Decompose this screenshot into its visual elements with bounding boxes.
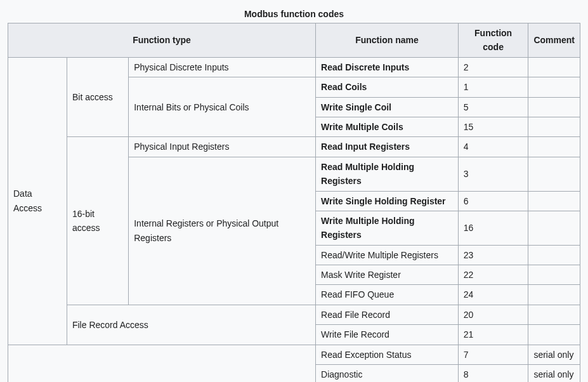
cell-function-name: Write Multiple Holding Registers — [316, 211, 459, 245]
cell-function-name: Mask Write Register — [316, 265, 459, 285]
cell-function-code: 7 — [458, 345, 528, 364]
group-phys-discrete-inputs: Physical Discrete Inputs — [129, 57, 316, 77]
group-data-access: Data Access — [8, 57, 67, 345]
group-internal-bits: Internal Bits or Physical Coils — [129, 77, 316, 137]
modbus-function-codes-table: Modbus function codes Function type Func… — [8, 6, 580, 382]
table-row: File Record Access Read File Record 20 — [8, 305, 580, 324]
group-diagnostics: Diagnostics — [8, 345, 316, 382]
cell-function-name: Write Multiple Coils — [316, 117, 459, 136]
cell-comment — [528, 325, 580, 345]
group-file-record-access: File Record Access — [67, 305, 315, 345]
cell-function-name: Read File Record — [316, 305, 459, 324]
table-caption: Modbus function codes — [8, 6, 580, 23]
cell-comment — [528, 157, 580, 191]
cell-function-code: 20 — [458, 305, 528, 324]
table-header-row: Function type Function name Function cod… — [8, 23, 580, 58]
cell-comment — [528, 305, 580, 324]
cell-function-code: 6 — [458, 191, 528, 211]
cell-function-code: 3 — [458, 157, 528, 191]
cell-function-name: Read/Write Multiple Registers — [316, 245, 459, 265]
group-bit-access: Bit access — [67, 57, 128, 137]
cell-function-code: 2 — [458, 57, 528, 77]
cell-function-name: Read Coils — [316, 77, 459, 97]
cell-function-code: 4 — [458, 137, 528, 157]
cell-function-code: 22 — [458, 265, 528, 285]
cell-function-name: Read Discrete Inputs — [316, 57, 459, 77]
cell-comment — [528, 117, 580, 136]
cell-function-code: 16 — [458, 211, 528, 245]
cell-function-name: Read Exception Status — [316, 345, 459, 364]
group-16bit-access: 16-bit access — [67, 137, 128, 305]
cell-comment — [528, 265, 580, 285]
group-phys-input-registers: Physical Input Registers — [129, 137, 316, 157]
cell-function-name: Read FIFO Queue — [316, 285, 459, 305]
cell-function-code: 1 — [458, 77, 528, 97]
cell-comment — [528, 97, 580, 117]
cell-function-code: 24 — [458, 285, 528, 305]
header-comment: Comment — [528, 23, 580, 58]
cell-comment — [528, 211, 580, 245]
header-function-name: Function name — [316, 23, 459, 58]
cell-comment — [528, 77, 580, 97]
group-internal-registers: Internal Registers or Physical Output Re… — [129, 157, 316, 305]
cell-function-code: 15 — [458, 117, 528, 136]
cell-function-name: Write Single Holding Register — [316, 191, 459, 211]
cell-comment — [528, 245, 580, 265]
cell-function-name: Write Single Coil — [316, 97, 459, 117]
cell-function-code: 23 — [458, 245, 528, 265]
cell-comment — [528, 191, 580, 211]
cell-comment: serial only — [528, 345, 580, 364]
cell-comment — [528, 137, 580, 157]
table-row: Data Access Bit access Physical Discrete… — [8, 57, 580, 77]
cell-comment — [528, 57, 580, 77]
cell-comment — [528, 285, 580, 305]
header-function-type: Function type — [8, 23, 316, 58]
cell-comment: serial only — [528, 365, 580, 382]
cell-function-name: Write File Record — [316, 325, 459, 345]
cell-function-code: 5 — [458, 97, 528, 117]
table-row: Diagnostics Read Exception Status 7 seri… — [8, 345, 580, 364]
cell-function-code: 21 — [458, 325, 528, 345]
cell-function-name: Read Multiple Holding Registers — [316, 157, 459, 191]
cell-function-name: Read Input Registers — [316, 137, 459, 157]
cell-function-name: Diagnostic — [316, 365, 459, 382]
cell-function-code: 8 — [458, 365, 528, 382]
table-row: 16-bit access Physical Input Registers R… — [8, 137, 580, 157]
header-function-code: Function code — [458, 23, 528, 58]
